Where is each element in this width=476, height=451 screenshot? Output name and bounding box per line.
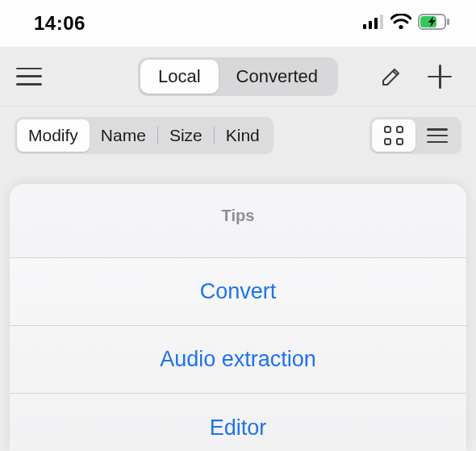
grid-icon [384, 126, 403, 145]
battery-charging-icon [418, 14, 450, 33]
action-sheet-title: Tips [10, 184, 466, 258]
edit-icon[interactable] [381, 66, 402, 87]
sort-size[interactable]: Size [158, 119, 214, 152]
action-sheet: Tips Convert Audio extraction Editor [10, 184, 466, 451]
sort-segmented-control: Modify Name Size Kind [15, 117, 273, 154]
wifi-icon [390, 14, 411, 33]
sort-name[interactable]: Name [90, 119, 157, 152]
svg-rect-1 [369, 21, 372, 29]
action-audio-extraction[interactable]: Audio extraction [10, 326, 466, 394]
svg-rect-6 [447, 19, 449, 25]
cell-signal-icon [363, 15, 384, 32]
svg-rect-3 [380, 15, 383, 29]
sort-modify[interactable]: Modify [17, 119, 90, 152]
svg-point-4 [399, 25, 403, 29]
svg-rect-2 [374, 18, 378, 29]
menu-icon[interactable] [16, 68, 42, 86]
sort-kind[interactable]: Kind [215, 119, 271, 152]
view-grid[interactable] [372, 119, 415, 152]
status-time: 14:06 [34, 12, 86, 35]
segment-converted[interactable]: Converted [219, 60, 336, 94]
action-convert[interactable]: Convert [10, 258, 466, 326]
svg-rect-0 [363, 24, 366, 29]
sort-bar: Modify Name Size Kind [0, 106, 476, 165]
nav-bar: Local Converted [0, 47, 476, 106]
segment-local[interactable]: Local [140, 60, 219, 94]
action-editor[interactable]: Editor [10, 394, 466, 451]
list-icon [427, 128, 448, 143]
add-icon[interactable] [428, 65, 452, 89]
location-segmented-control: Local Converted [138, 57, 338, 96]
status-indicators [363, 14, 450, 33]
view-segmented-control [370, 117, 461, 154]
view-list[interactable] [415, 119, 459, 152]
status-bar: 14:06 [0, 0, 476, 47]
